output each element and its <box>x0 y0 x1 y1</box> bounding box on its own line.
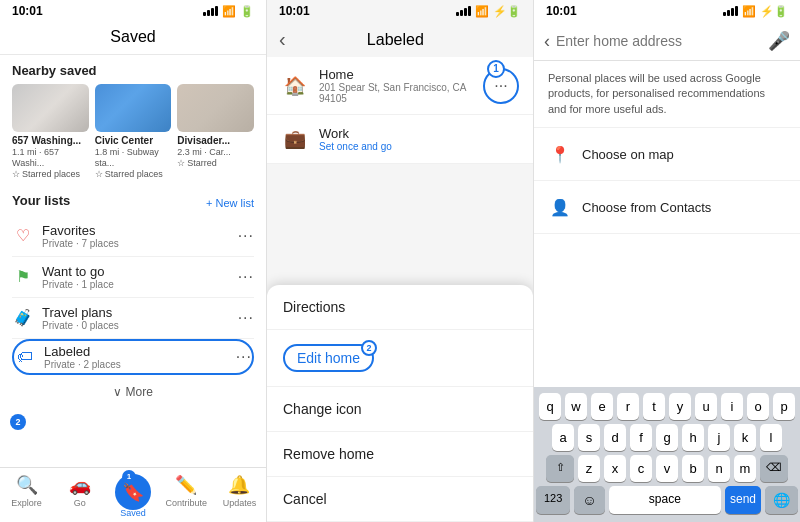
right-panel: 10:01 📶 ⚡🔋 ‹ 🎤 Personal places will be u… <box>534 0 800 522</box>
keyboard-row-3: ⇧ z x c v b n m ⌫ <box>536 455 798 482</box>
card-star-2: ☆Starred places <box>95 169 172 179</box>
send-key[interactable]: send <box>725 486 761 514</box>
key-r[interactable]: r <box>617 393 639 420</box>
key-l[interactable]: l <box>760 424 782 451</box>
key-x[interactable]: x <box>604 455 626 482</box>
tab-go-label: Go <box>74 498 86 508</box>
key-i[interactable]: i <box>721 393 743 420</box>
shift-key[interactable]: ⇧ <box>546 455 574 482</box>
labeled-info: Labeled Private · 2 places <box>44 344 236 370</box>
work-set-label[interactable]: Set once and go <box>319 141 519 152</box>
travelplans-more-button[interactable]: ··· <box>238 309 254 327</box>
saved-tab-badge: 1 <box>122 470 136 484</box>
favorites-more-button[interactable]: ··· <box>238 227 254 245</box>
list-item-favorites[interactable]: ♡ Favorites Private · 7 places ··· <box>12 216 254 257</box>
travelplans-info: Travel plans Private · 0 places <box>42 305 238 331</box>
list-item-labeled[interactable]: 🏷 Labeled Private · 2 places ··· <box>12 339 254 375</box>
star-icon-2: ☆ <box>95 169 103 179</box>
tab-explore[interactable]: 🔍 Explore <box>0 472 53 520</box>
keyboard-row-2: a s d f g h j k l <box>536 424 798 451</box>
time-right: 10:01 <box>546 4 577 18</box>
tab-updates[interactable]: 🔔 Updates <box>213 472 266 520</box>
labeled-count-badge: 2 <box>10 414 26 430</box>
nearby-card-2[interactable]: Civic Center 1.8 mi · Subway sta... ☆Sta… <box>95 84 172 179</box>
choose-on-map-label: Choose on map <box>582 147 674 162</box>
home-icon: 🏠 <box>281 72 309 100</box>
sheet-remove-home[interactable]: Remove home <box>267 432 533 477</box>
key-g[interactable]: g <box>656 424 678 451</box>
globe-key[interactable]: 🌐 <box>765 486 798 514</box>
nearby-cards: 657 Washing... 1.1 mi · 657 Washi... ☆St… <box>12 84 254 179</box>
more-row[interactable]: ∨ More <box>0 379 266 405</box>
key-q[interactable]: q <box>539 393 561 420</box>
list-item-travelplans[interactable]: 🧳 Travel plans Private · 0 places ··· <box>12 298 254 339</box>
choose-on-map-option[interactable]: 📍 Choose on map <box>534 128 800 181</box>
bottom-sheet: Directions Edit home 2 Change icon Remov… <box>267 285 533 522</box>
address-input[interactable] <box>556 33 768 49</box>
map-pin-icon: 📍 <box>548 142 572 166</box>
work-row[interactable]: 💼 Work Set once and go <box>267 115 533 164</box>
numbers-key[interactable]: 123 <box>536 486 570 514</box>
key-j[interactable]: j <box>708 424 730 451</box>
choose-from-contacts-label: Choose from Contacts <box>582 200 711 215</box>
mic-button[interactable]: 🎤 <box>768 30 790 52</box>
key-o[interactable]: o <box>747 393 769 420</box>
work-icon: 💼 <box>281 125 309 153</box>
key-n[interactable]: n <box>708 455 730 482</box>
time-left: 10:01 <box>12 4 43 18</box>
space-key[interactable]: space <box>609 486 721 514</box>
wanttogo-icon: ⚑ <box>12 266 34 288</box>
card-star-3: ☆Starred <box>177 158 254 168</box>
nearby-card-1[interactable]: 657 Washing... 1.1 mi · 657 Washi... ☆St… <box>12 84 89 179</box>
key-b[interactable]: b <box>682 455 704 482</box>
key-e[interactable]: e <box>591 393 613 420</box>
key-k[interactable]: k <box>734 424 756 451</box>
key-h[interactable]: h <box>682 424 704 451</box>
key-d[interactable]: d <box>604 424 626 451</box>
your-lists-title: Your lists <box>12 193 70 208</box>
key-t[interactable]: t <box>643 393 665 420</box>
labeled-title: Labeled <box>294 31 497 49</box>
tab-go[interactable]: 🚗 Go <box>53 472 106 520</box>
tab-contribute-label: Contribute <box>165 498 207 508</box>
status-icons-mid: 📶 ⚡🔋 <box>456 5 521 18</box>
key-v[interactable]: v <box>656 455 678 482</box>
home-info: Home 201 Spear St, San Francisco, CA 941… <box>319 67 483 104</box>
key-f[interactable]: f <box>630 424 652 451</box>
card-img-1 <box>12 84 89 132</box>
status-bar-left: 10:01 📶 🔋 <box>0 0 266 22</box>
nearby-card-3[interactable]: Divisader... 2.3 mi · Car... ☆Starred <box>177 84 254 179</box>
card-sub1-2: 1.8 mi · Subway sta... <box>95 147 172 169</box>
mid-panel: 10:01 📶 ⚡🔋 ‹ Labeled 🏠 Home 201 Spear St… <box>267 0 534 522</box>
key-m[interactable]: m <box>734 455 756 482</box>
card-sub1-3: 2.3 mi · Car... <box>177 147 254 158</box>
card-sub1-1: 1.1 mi · 657 Washi... <box>12 147 89 169</box>
choose-from-contacts-option[interactable]: 👤 Choose from Contacts <box>534 181 800 234</box>
sheet-edit-home[interactable]: Edit home 2 <box>267 330 533 387</box>
sheet-directions[interactable]: Directions <box>267 285 533 330</box>
labeled-more-button[interactable]: ··· <box>236 348 252 366</box>
backspace-key[interactable]: ⌫ <box>760 455 788 482</box>
wanttogo-name: Want to go <box>42 264 238 279</box>
list-item-wanttogo[interactable]: ⚑ Want to go Private · 1 place ··· <box>12 257 254 298</box>
home-name: Home <box>319 67 483 82</box>
key-u[interactable]: u <box>695 393 717 420</box>
left-panel: 10:01 📶 🔋 Saved Nearby saved 657 Washing… <box>0 0 267 522</box>
back-button-right[interactable]: ‹ <box>544 31 550 52</box>
new-list-button[interactable]: + New list <box>206 197 254 209</box>
tab-contribute[interactable]: ✏️ Contribute <box>160 472 213 520</box>
key-w[interactable]: w <box>565 393 587 420</box>
key-c[interactable]: c <box>630 455 652 482</box>
sheet-cancel[interactable]: Cancel <box>267 477 533 522</box>
key-s[interactable]: s <box>578 424 600 451</box>
back-button-mid[interactable]: ‹ <box>279 28 286 51</box>
key-p[interactable]: p <box>773 393 795 420</box>
sheet-change-icon[interactable]: Change icon <box>267 387 533 432</box>
key-a[interactable]: a <box>552 424 574 451</box>
mid-header: ‹ Labeled <box>267 22 533 57</box>
key-y[interactable]: y <box>669 393 691 420</box>
wanttogo-more-button[interactable]: ··· <box>238 268 254 286</box>
card-name-3: Divisader... <box>177 135 254 147</box>
key-z[interactable]: z <box>578 455 600 482</box>
emoji-key[interactable]: ☺ <box>574 486 604 514</box>
